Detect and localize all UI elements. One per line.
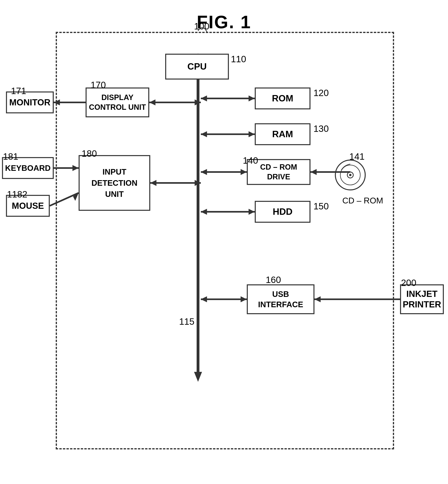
ref-input-detection: 180	[82, 148, 97, 159]
ref-bus: 115	[179, 316, 194, 327]
ref-inkjet: 200	[401, 277, 416, 288]
cdrom-disc-icon	[334, 159, 366, 191]
ref-100: 100	[194, 21, 209, 32]
ref-cdrom-disc: 141	[349, 151, 365, 162]
usb-interface-box: USB INTERFACE	[247, 284, 314, 314]
rom-box: ROM	[255, 87, 311, 109]
ref-rom: 120	[313, 87, 329, 98]
ref-hdd: 150	[313, 201, 329, 211]
ref-cdrom-drive: 140	[243, 155, 258, 166]
svg-point-38	[349, 174, 352, 176]
cpu-box: CPU	[165, 54, 229, 79]
ref-mouse: 1182	[7, 189, 27, 200]
ref-ram: 130	[313, 123, 329, 134]
ref-keyboard: 181	[3, 151, 18, 162]
cdrom-disc-label: CD – ROM	[342, 196, 383, 205]
ram-box: RAM	[255, 123, 311, 145]
input-detection-box: INPUT DETECTION UNIT	[79, 155, 150, 211]
ref-usb: 160	[266, 274, 281, 285]
ref-cpu: 110	[231, 54, 246, 64]
hdd-box: HDD	[255, 201, 311, 223]
ref-monitor: 171	[11, 86, 26, 96]
ref-display-control: 170	[91, 79, 106, 90]
inkjet-printer-box: INKJET PRINTER	[400, 284, 444, 314]
display-control-box: DISPLAY CONTROL UNIT	[86, 87, 149, 117]
